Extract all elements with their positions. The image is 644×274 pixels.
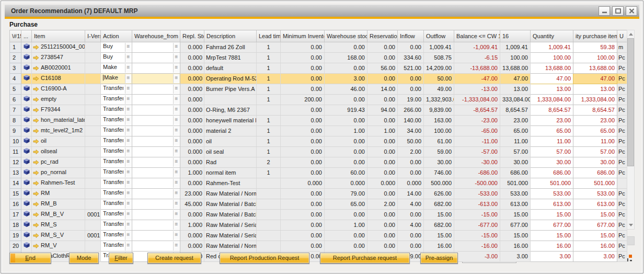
row-number-cell[interactable]: 14 [10,178,21,189]
row-number-cell[interactable]: 8 [10,116,21,126]
action-cell[interactable]: Transfer≡ [101,95,132,105]
action-cell[interactable]: Transfer≡ [101,199,132,210]
quantity-purchase-item-cell[interactable]: 65.00 [573,126,617,136]
choose-list-icon[interactable]: ≡ [125,127,131,135]
warehouse-from-cell[interactable]: ≡ [132,231,180,241]
table-row[interactable]: 12 pc_rad Transfer≡ ≡ 0.000 Rad 2 0.00 0… [10,157,627,168]
warehouse-from-cell[interactable]: ≡ [132,241,180,252]
link-arrow-icon[interactable] [33,159,39,167]
choose-list-icon[interactable]: ≡ [125,158,131,167]
quantity-purchase-item-cell[interactable]: 13,688.00 [573,63,617,74]
choose-list-icon[interactable]: ≡ [173,168,179,177]
link-arrow-icon[interactable] [33,65,39,73]
row-number-cell[interactable]: 15 [10,189,21,199]
quantity-purchase-item-cell[interactable]: 23.00 [573,116,617,126]
quantity-cell[interactable]: 65.00 [531,126,573,136]
quantity-purchase-item-cell[interactable]: 11.00 [573,136,617,147]
close-button[interactable] [626,6,637,16]
col-header-inflow[interactable]: Inflow [398,30,424,42]
report-production-request-button[interactable]: Report Production Request [220,253,309,264]
quantity-purchase-item-cell[interactable]: 613.00 [573,199,617,210]
choose-list-icon[interactable]: ≡ [125,74,131,83]
vertical-scroll-thumb[interactable] [627,38,634,166]
choose-list-icon[interactable]: ≡ [173,53,179,62]
item-cell[interactable]: mtc_level2_1m2 [32,126,85,136]
table-row[interactable]: 20 RM_V Transfer≡ ≡ 0.000 Raw Material /… [10,241,627,252]
link-arrow-icon[interactable] [33,117,39,125]
choose-list-icon[interactable]: ≡ [125,137,131,146]
action-cell[interactable]: Transfer≡ [101,147,132,157]
link-arrow-icon[interactable] [33,128,39,135]
quantity-cell[interactable]: 15.00 [531,210,573,220]
warehouse-from-cell[interactable]: ≡ [132,95,180,105]
table-row[interactable]: 16 RM_B Transfer≡ ≡ 45.000 Raw Material … [10,199,627,210]
vertical-scrollbar[interactable] [627,30,635,230]
choose-list-icon[interactable]: ≡ [173,189,179,198]
item-cell[interactable]: C16900-A [32,84,85,95]
item-cell[interactable]: empty [32,95,85,105]
item-cell[interactable]: hon_material_late [32,116,85,126]
scroll-up-button[interactable] [627,30,634,38]
filter-button[interactable]: Filter [109,253,133,264]
quantity-purchase-item-cell[interactable]: 8,654.57 [573,105,617,116]
table-row[interactable]: 9 mtc_level2_1m2 Transfer≡ ≡ 0.000 mater… [10,126,627,136]
item-cell[interactable]: 2738547 [32,53,85,63]
row-number-cell[interactable]: 6 [10,95,21,105]
warehouse-from-cell[interactable]: ≡ [132,210,180,220]
quantity-cell[interactable]: 15.00 [531,231,573,241]
warehouse-from-cell[interactable]: ≡ [132,105,180,116]
choose-list-icon[interactable]: ≡ [173,231,179,240]
quantity-cell[interactable]: 8,654.57 [531,105,573,116]
choose-list-icon[interactable]: ≡ [173,43,179,52]
choose-list-icon[interactable]: ≡ [173,147,179,156]
col-header-item[interactable]: Item [32,30,85,42]
item-cell[interactable]: F79344 [32,105,85,116]
choose-list-icon[interactable]: ≡ [173,74,179,83]
choose-list-icon[interactable]: ≡ [173,106,179,115]
item-cell[interactable]: oilseal [32,147,85,157]
col-header-quantity[interactable]: Quantity [531,30,573,42]
quantity-cell[interactable]: 11.00 [531,136,573,147]
item-cell[interactable]: RM_V [32,241,85,252]
action-cell[interactable]: Transfer≡ [101,136,132,147]
minimize-button[interactable] [599,6,610,16]
row-number-cell[interactable]: 12 [10,157,21,168]
table-row[interactable]: 2 2738547 Buy≡ ≡ 0.000 MrpTest 7881 1 0.… [10,53,627,63]
quantity-cell[interactable]: 501.000 [531,178,573,189]
row-number-cell[interactable]: 7 [10,105,21,116]
choose-list-icon[interactable]: ≡ [173,200,179,209]
link-arrow-icon[interactable] [33,243,39,250]
choose-list-icon[interactable]: ≡ [125,64,131,73]
warehouse-from-cell[interactable]: ≡ [132,147,180,157]
action-cell[interactable]: Transfer≡ [101,189,132,199]
table-row[interactable]: 3 AB0020001 Make≡ ≡ 0.000 default 1 0.00… [10,63,627,74]
quantity-cell[interactable]: 100.00 [531,53,573,63]
quantity-purchase-item-cell[interactable]: 533.00 [573,189,617,199]
quantity-cell[interactable]: 13.00 [531,84,573,95]
quantity-cell[interactable]: 1,333,084.00 [531,95,573,105]
link-arrow-icon[interactable] [33,107,39,115]
choose-list-icon[interactable]: ≡ [173,85,179,94]
col-header-warehouse-from[interactable]: Warehouse_from [132,30,180,42]
link-arrow-icon[interactable] [33,201,39,209]
col-header-minimum-inventory[interactable]: Minimum Inventory [281,30,325,42]
window-titlebar[interactable]: Order Recommendation (7) DEFAULT MRP [5,5,639,17]
quantity-purchase-item-cell[interactable]: 501.000 [573,178,617,189]
item-cell[interactable]: RM_B_V [32,210,85,220]
row-number-cell[interactable]: 3 [10,63,21,74]
maximize-button[interactable] [612,6,624,16]
row-number-cell[interactable]: 16 [10,199,21,210]
quantity-purchase-item-cell[interactable]: 30.00 [573,157,617,168]
choose-list-icon[interactable]: ≡ [125,179,131,188]
action-cell[interactable]: Transfer≡ [101,168,132,178]
action-cell[interactable]: Transfer≡ [101,178,132,189]
table-row[interactable]: 6 empty Transfer≡ ≡ 0.000 1 200.00 0.00 … [10,95,627,105]
item-cell[interactable]: po_nornal [32,168,85,178]
item-cell[interactable]: RM_B [32,199,85,210]
col-header-description[interactable]: Description [204,30,257,42]
quantity-cell[interactable]: 23.00 [531,116,573,126]
quantity-cell[interactable]: 16.00 [531,241,573,252]
warehouse-from-cell[interactable]: ≡ [132,116,180,126]
choose-list-icon[interactable]: ≡ [125,43,131,52]
table-row[interactable]: 5 C16900-A Transfer≡ ≡ 0.000 Burner Pipe… [10,84,627,95]
